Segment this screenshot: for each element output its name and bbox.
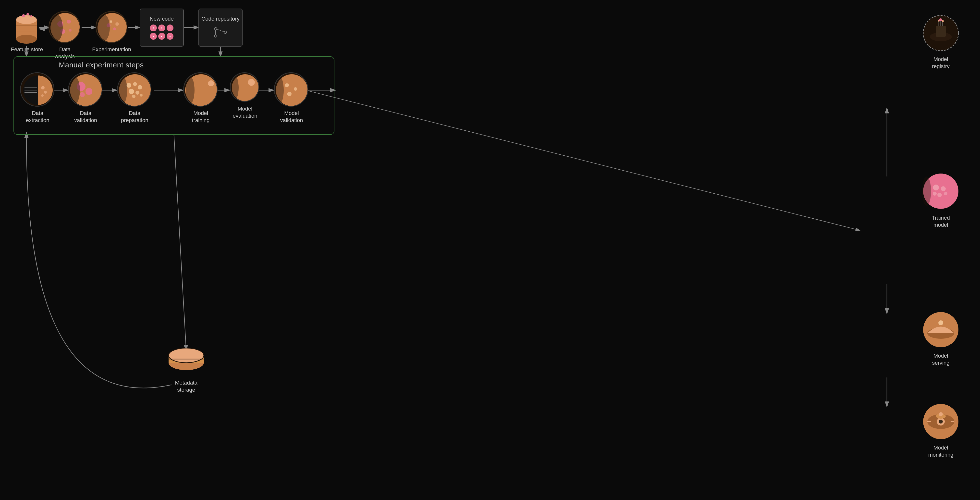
svg-point-36	[113, 27, 116, 30]
code-repository-box: Code repository	[199, 9, 243, 46]
model-serving-icon	[921, 310, 960, 349]
data-analysis-circle	[49, 11, 80, 43]
data-validation-node	[68, 72, 102, 107]
svg-point-96	[933, 192, 937, 196]
feature-store-label: Feature store	[7, 46, 46, 53]
svg-point-30	[67, 20, 71, 24]
svg-point-74	[287, 92, 291, 96]
data-extraction-node	[20, 72, 54, 107]
svg-point-26	[27, 13, 29, 16]
svg-point-38	[115, 22, 119, 26]
model-training-label: Modeltraining	[179, 110, 222, 124]
diagram-container: Feature store Dataanalysis Experimentati…	[0, 0, 980, 500]
svg-point-32	[68, 29, 72, 32]
svg-point-58	[133, 82, 137, 86]
svg-point-108	[939, 412, 943, 416]
svg-point-45	[41, 86, 45, 89]
svg-point-61	[135, 91, 139, 95]
svg-point-95	[944, 192, 947, 195]
svg-line-44	[216, 29, 225, 32]
data-extraction-label: Dataextraction	[16, 110, 59, 124]
svg-point-72	[285, 83, 289, 87]
svg-point-22	[16, 35, 37, 44]
experimentation-label: Experimentation	[91, 46, 132, 53]
svg-point-100	[939, 320, 943, 325]
feature-store-icon	[14, 12, 39, 44]
svg-point-41	[215, 35, 217, 37]
model-validation-label: Modelvalidation	[269, 110, 313, 124]
svg-point-37	[110, 20, 112, 23]
experimentation-circle	[95, 11, 127, 43]
svg-point-97	[922, 177, 931, 206]
trained-model-label: Trainedmodel	[916, 215, 965, 228]
new-code-label: New code	[150, 16, 174, 22]
svg-point-55	[70, 77, 80, 104]
model-registry-label: Modelregistry	[916, 56, 965, 70]
model-monitoring-label: Modelmonitoring	[916, 444, 965, 458]
svg-line-15	[174, 135, 186, 350]
model-evaluation-node	[230, 72, 259, 102]
code-repository-label: Code repository	[201, 16, 239, 22]
new-code-box: New code ● ● ● ● ● ●	[140, 9, 184, 46]
model-validation-node	[274, 72, 308, 107]
svg-line-19	[306, 90, 860, 230]
svg-point-73	[294, 87, 297, 91]
svg-point-66	[208, 80, 214, 86]
svg-rect-83	[936, 26, 946, 37]
model-training-node	[183, 72, 218, 107]
svg-point-33	[51, 14, 63, 41]
svg-point-46	[44, 91, 47, 94]
svg-point-60	[129, 89, 134, 94]
svg-point-21	[16, 15, 37, 24]
trained-model-icon	[921, 172, 960, 211]
svg-point-93	[941, 186, 946, 191]
model-evaluation-label: Modelevaluation	[223, 105, 267, 119]
svg-point-53	[86, 88, 92, 95]
data-preparation-label: Datapreparation	[113, 110, 156, 124]
svg-point-25	[22, 14, 25, 17]
manual-experiment-title: Manual experiment steps	[59, 61, 144, 69]
metadata-storage-icon	[167, 338, 206, 377]
data-preparation-node	[117, 72, 151, 107]
model-serving-label: Modelserving	[916, 352, 965, 366]
svg-point-69	[248, 79, 255, 86]
svg-rect-90	[939, 19, 942, 21]
svg-point-27	[30, 15, 32, 17]
svg-point-47	[41, 94, 44, 97]
svg-point-92	[933, 185, 939, 190]
model-registry-icon	[921, 13, 960, 53]
svg-point-63	[140, 94, 143, 97]
svg-point-59	[138, 85, 142, 89]
model-monitoring-icon	[921, 402, 960, 441]
svg-point-67	[186, 77, 194, 104]
svg-point-39	[97, 14, 110, 41]
svg-point-57	[126, 83, 131, 88]
metadata-storage-label: Metadatastorage	[159, 379, 213, 393]
svg-point-104	[939, 420, 943, 424]
svg-point-62	[132, 95, 135, 98]
svg-point-94	[937, 193, 942, 197]
svg-point-54	[80, 92, 85, 97]
data-validation-label: Datavalidation	[64, 110, 107, 124]
